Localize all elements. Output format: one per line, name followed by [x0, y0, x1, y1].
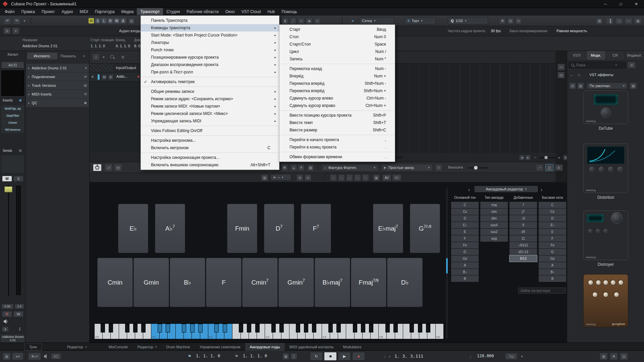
chord-editor-cell[interactable]: D [539, 215, 566, 222]
chord-editor-cell[interactable]: E [539, 229, 566, 235]
voicing-menu-icon[interactable]: ≡ [435, 164, 442, 171]
editor-panel-toggle-icon[interactable]: ◫ [545, 164, 553, 171]
track-filter-icon[interactable]: ≣ [119, 54, 126, 60]
aq-button[interactable]: AQ [51, 353, 61, 359]
channel-thumbnail[interactable] [1, 70, 24, 96]
track-search-icon[interactable] [110, 55, 114, 58]
piano-black-key[interactable] [271, 324, 276, 333]
menu-bar-item[interactable]: Партитура [92, 8, 118, 15]
menu-item[interactable]: ✓ Активировать темптрек [141, 78, 279, 85]
chord-editor-cell[interactable]: 11 [509, 235, 537, 242]
fader-track[interactable] [8, 185, 9, 296]
piano-black-key[interactable] [361, 324, 365, 333]
solo-button[interactable]: S [13, 176, 23, 182]
piano-black-key[interactable] [190, 324, 195, 333]
scroll-left-icon[interactable]: ◀ [519, 155, 525, 160]
chord-editor-cell[interactable]: B [539, 276, 566, 282]
piano-black-key[interactable] [141, 324, 146, 333]
chord-pad[interactable]: Cmin 7 [242, 258, 278, 307]
piano-black-key[interactable] [296, 324, 300, 333]
menu-bar-item[interactable]: Медиа [118, 8, 137, 15]
record-button[interactable]: ● [352, 352, 365, 361]
menu-item[interactable]: Старт Ввод [279, 26, 395, 33]
piano-black-key[interactable] [158, 324, 162, 333]
list-view-icon[interactable]: ≣ [628, 62, 636, 68]
pads-scrollbar[interactable] [446, 188, 448, 339]
add-track-caret-icon[interactable]: ▾ [101, 54, 106, 60]
lower-zone-tab[interactable]: Управление семплером [195, 343, 245, 351]
audio-alignment-icon[interactable]: ≋ [515, 17, 522, 24]
lower-zone-tab[interactable]: Modulators [338, 343, 366, 351]
remove-pad-icon[interactable]: ⊖ [305, 174, 311, 181]
zoom-slider[interactable] [539, 157, 555, 158]
menu-item[interactable]: Диапазон воспроизведения проекта ▸ [141, 61, 279, 68]
piano-black-key[interactable] [410, 324, 414, 333]
clear-search-icon[interactable]: × [615, 63, 617, 67]
plugin-card[interactable]: steinberg grungelizer [583, 274, 628, 327]
locator-lock-icon[interactable]: ▣ [282, 353, 289, 360]
track-name[interactable]: Addic... [116, 75, 127, 78]
chord-editor-cell[interactable]: F [539, 235, 566, 242]
glue-tool-icon[interactable]: ◆ [306, 17, 313, 24]
plugin-card[interactable]: steinberg [583, 210, 628, 260]
piano-white-key[interactable]: C6 [436, 324, 444, 339]
chord-editor-cell[interactable]: G♯ [539, 255, 566, 262]
piano-black-key[interactable] [353, 324, 357, 333]
pan-law-value[interactable]: Равная мощность [556, 29, 587, 33]
chord-pad[interactable]: B♭ [170, 258, 205, 307]
chord-editor-cell[interactable]: ♯9 [509, 229, 537, 235]
chord-pad[interactable]: Fmin [227, 204, 257, 253]
audition-speaker-icon[interactable] [44, 354, 49, 359]
mute-tool-icon[interactable]: ≡ [314, 17, 321, 24]
menu-item[interactable]: Упреждающая запись MIDI ▸ [141, 117, 279, 125]
automation-letter-button[interactable]: S [95, 18, 100, 23]
section-icon[interactable]: ▤ [84, 83, 87, 87]
info-line-field[interactable]: Конец 9. 1. 1. 0 [116, 38, 130, 48]
inspector-section[interactable]: ▸ Подключение ⇄ [26, 72, 89, 81]
media-search-input[interactable] [576, 63, 613, 67]
time-format-icon[interactable]: ♩ [384, 354, 388, 359]
chord-editor-cell[interactable]: 7 [509, 202, 537, 208]
plugin-card[interactable]: steinberg [583, 143, 628, 193]
chord-editor-cell[interactable]: A [451, 262, 479, 268]
insert-slot[interactable]: REVerence [1, 126, 24, 133]
lower-zone-tab[interactable]: MIDI удалённый контроль [285, 343, 338, 351]
setup-icon[interactable]: ▨ [128, 17, 135, 24]
right-zone-tab[interactable]: Меди. [587, 51, 606, 60]
peak-value[interactable]: 2.0 [15, 304, 24, 309]
history-caret-icon[interactable]: ▾ [22, 17, 27, 24]
iterative-quantize-icon[interactable]: ✱ [499, 17, 506, 24]
chord-editor-cell[interactable]: F [451, 235, 479, 242]
pad-remote-icon[interactable]: ⇄ [105, 164, 113, 171]
back-icon[interactable]: ← [570, 72, 574, 77]
framerate-value[interactable]: 30 fps [491, 29, 501, 33]
chord-pad[interactable]: E♭ [118, 204, 148, 253]
pads-scrollbar-thumb[interactable] [446, 258, 448, 274]
quantize-select[interactable]: Q 1/16▾ [448, 17, 488, 24]
transport-panel-icon[interactable]: ▤ [620, 353, 628, 360]
chord-pad[interactable]: Gmin 7 [278, 258, 314, 307]
chord-pad[interactable]: F 7 [301, 204, 331, 253]
snap-type-select[interactable]: Сетка▾ [359, 17, 394, 24]
preview-image-icon[interactable]: ▣ [630, 82, 637, 89]
piano-black-key[interactable] [247, 324, 251, 333]
tap-tempo-button[interactable]: Tap [505, 353, 517, 360]
edit-pencil-icon[interactable]: ≔ [557, 64, 565, 70]
media-search-box[interactable]: × [569, 62, 626, 68]
lower-zone-tab[interactable]: Аккордовые пэды [245, 343, 285, 351]
chord-editor-cell[interactable]: 6/13 [509, 255, 537, 262]
automation-letter-button[interactable]: R [108, 18, 113, 23]
menu-item[interactable]: Локаторы ▸ [141, 39, 279, 46]
menu-item[interactable]: Обмен форматами времени . [279, 153, 395, 161]
chord-pads-power-button[interactable] [93, 164, 102, 171]
menu-item[interactable]: Панель Транспорта [141, 17, 279, 24]
chord-editor-cell[interactable]: E [451, 229, 479, 235]
sends-slots[interactable] [1, 156, 24, 173]
chord-editor-cell[interactable]: C♯ [539, 208, 566, 215]
piano-black-key[interactable] [239, 324, 243, 333]
track-visibility-icon[interactable]: ≣ [3, 27, 11, 34]
drag-handle-icon[interactable]: ≡ [91, 74, 94, 79]
left-zone-toggle-icon[interactable]: ▐ [606, 17, 614, 24]
tab-track[interactable]: Трек [24, 343, 42, 351]
tempo-caret-icon[interactable]: ▾ [519, 353, 525, 360]
